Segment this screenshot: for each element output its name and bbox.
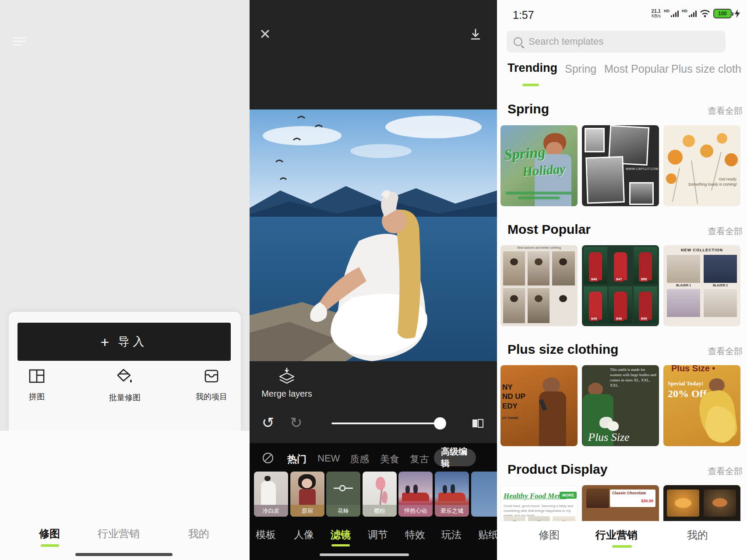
menu-item-1-name: Classic Chocolate (612, 491, 653, 495)
no-filter-icon[interactable] (262, 452, 274, 464)
tab-portrait[interactable]: 人像 (294, 528, 314, 542)
tab-filter[interactable]: 滤镜 (331, 528, 351, 542)
redo-icon[interactable]: ↻ (290, 415, 303, 430)
card-body-text: This outfit is made for women with large… (610, 367, 657, 388)
tab-mine-right[interactable]: 我的 (687, 528, 708, 542)
category-advanced-edit[interactable]: 高级编辑 (434, 449, 476, 466)
filter-label: 冷白皮 (254, 505, 288, 517)
filter-thumb-camellia[interactable]: 花椿 (326, 472, 360, 517)
tab-photo-edit-right[interactable]: 修图 (539, 528, 560, 542)
most-popular-card-row: New autumn and winter clothing (497, 245, 747, 326)
menu-item-1-price: $30.00 (612, 499, 653, 503)
merge-layers-button[interactable]: Merge layers (258, 367, 315, 399)
batch-edit-label: 批量修图 (99, 392, 151, 403)
tab-play[interactable]: 玩法 (441, 528, 462, 542)
undo-icon[interactable]: ↺ (262, 415, 275, 430)
my-projects-action[interactable]: 我的项目 (185, 368, 238, 402)
filter-thumb-coldwhite[interactable]: 冷白皮 (254, 472, 288, 517)
import-button[interactable]: + 导入 (18, 323, 231, 361)
tab-effects[interactable]: 特效 (405, 528, 425, 542)
toptab-underline (522, 84, 539, 86)
my-projects-label: 我的项目 (185, 391, 238, 402)
category-texture[interactable]: 质感 (350, 453, 369, 466)
collage-action[interactable]: 拼图 (11, 368, 63, 402)
blazer-label-1: BLAZER 1 (667, 284, 700, 287)
template-card-plus-size-outfit[interactable]: This outfit is made for women with large… (582, 365, 659, 446)
charging-bolt-icon (735, 9, 740, 18)
card-subtext: DY NAME (502, 416, 518, 420)
search-input[interactable] (528, 35, 719, 48)
slider-knob[interactable] (434, 417, 446, 430)
tab-industry-marketing-right[interactable]: 行业营销 (595, 528, 638, 542)
active-tab-underline-right (612, 545, 632, 548)
tab-template[interactable]: 模板 (256, 528, 276, 542)
template-card-spring-holiday[interactable]: Spring Holiday (500, 125, 578, 206)
filter-thumb-partial[interactable] (471, 472, 497, 517)
home-indicator[interactable] (75, 553, 173, 556)
more-chip: MORE (560, 492, 577, 499)
toptab-plus-size[interactable]: Plus size cloth (671, 63, 741, 75)
template-card-plus-size-sale[interactable]: Plus Size • Special Today! 20% Off (663, 365, 740, 446)
view-all-spring[interactable]: 查看全部 (708, 105, 743, 117)
filter-thumb-harajuku[interactable]: 原宿 (290, 472, 324, 517)
price-chip: $45 (589, 316, 599, 321)
view-all-most-popular[interactable]: 查看全部 (708, 225, 743, 237)
view-all-plus-size[interactable]: 查看全部 (708, 345, 743, 357)
close-icon[interactable]: ✕ (259, 27, 271, 41)
template-card-autumn-grid[interactable]: New autumn and winter clothing (500, 245, 578, 326)
card-caption-1: Get ready. (719, 177, 737, 181)
hamburger-menu-icon[interactable] (13, 36, 26, 46)
batch-edit-action[interactable]: 批量修图 (99, 368, 151, 403)
plus-icon: + (101, 335, 109, 349)
card-header: NEW COLLECTION (663, 248, 740, 252)
filter-thumb-cherrypink[interactable]: 樱粉 (363, 472, 397, 517)
tab-sticker[interactable]: 贴纸 (478, 528, 497, 542)
download-icon[interactable] (469, 27, 483, 41)
signal-bars-icon-2 (689, 10, 697, 17)
screenshot-root: + 导入 拼图 批量修图 我的项目 (0, 0, 747, 560)
category-hot[interactable]: 热门 (287, 453, 307, 466)
tab-industry-marketing[interactable]: 行业营销 (98, 527, 140, 541)
filter-intensity-slider[interactable] (331, 423, 443, 424)
tab-photo-edit[interactable]: 修图 (39, 527, 60, 541)
filter-thumb-heartbeat[interactable]: 怦然心动 (398, 472, 433, 517)
view-all-product-display[interactable]: 查看全部 (708, 465, 743, 477)
templates-panel: 1:57 21.1KB/s HD HD 100 Trending Spring (497, 0, 747, 560)
wifi-icon (700, 10, 710, 18)
card-headline-fragments: NY ND UP EDY (502, 383, 525, 411)
price-chip: $40 (589, 277, 599, 282)
merge-layers-label: Merge layers (258, 389, 315, 399)
section-title-spring: Spring (507, 102, 549, 116)
editor-panel: ✕ (250, 0, 497, 560)
filter-label: 樱粉 (363, 505, 397, 517)
compare-icon[interactable] (471, 417, 484, 430)
section-title-most-popular: Most Popular (507, 222, 591, 237)
category-food[interactable]: 美食 (380, 453, 399, 466)
card-title-line2: Holiday (522, 162, 566, 180)
tab-mine[interactable]: 我的 (188, 527, 209, 541)
filter-thumb-lalaland[interactable]: 爱乐之城 (435, 472, 469, 517)
import-button-label: 导入 (118, 334, 148, 349)
template-card-flowers[interactable]: Get ready. Something lovely is coming! (663, 125, 740, 206)
filter-label: 爱乐之城 (435, 505, 469, 517)
template-card-bw-collage[interactable]: WWW.CAPCUT.COM (582, 125, 659, 206)
card-caption-2: Something lovely is coming! (688, 182, 737, 187)
category-retro[interactable]: 复古 (410, 453, 429, 466)
toptab-trending[interactable]: Trending (507, 61, 557, 75)
toptab-most-popular[interactable]: Most Popular (604, 63, 669, 75)
photo-canvas[interactable] (250, 109, 497, 361)
template-card-standup-comedy[interactable]: NY ND UP EDY DY NAME (500, 365, 578, 446)
price-chip: $50 (639, 277, 648, 282)
active-tab-underline (41, 544, 59, 547)
template-card-new-collection[interactable]: NEW COLLECTION BLAZER 1 BLAZER 2 (663, 245, 740, 326)
template-card-red-coats[interactable]: $40 $47 $50 $45 $46 $49 (582, 245, 659, 326)
adjust-glyph (334, 485, 353, 492)
toptab-spring[interactable]: Spring (565, 63, 596, 75)
filter-label: 花椿 (326, 505, 360, 517)
home-indicator[interactable] (320, 553, 409, 556)
tab-adjust[interactable]: 调节 (368, 528, 388, 542)
filter-label: 怦然心动 (398, 505, 433, 517)
search-bar[interactable] (507, 31, 726, 53)
category-new[interactable]: NEW (317, 453, 340, 464)
search-icon (514, 37, 522, 46)
